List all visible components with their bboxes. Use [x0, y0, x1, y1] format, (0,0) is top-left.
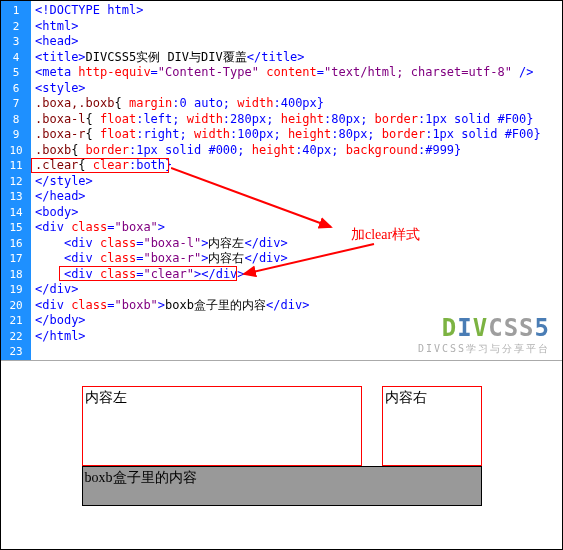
code-area[interactable]: <!DOCTYPE html> <html> <head> <title>DIV… — [31, 1, 562, 360]
code-line: </html> — [35, 329, 558, 345]
code-line: <style> — [35, 81, 558, 97]
code-line: <div class="boxa-r">内容右</div> — [35, 251, 558, 267]
code-line: </style> — [35, 174, 558, 190]
preview-boxb: boxb盒子里的内容 — [82, 466, 482, 506]
preview-pane: 内容左 内容右 boxb盒子里的内容 — [1, 361, 562, 549]
code-line: </head> — [35, 189, 558, 205]
code-line: <html> — [35, 19, 558, 35]
code-line: <div class="boxa-l">内容左</div> — [35, 236, 558, 252]
preview-boxa-left: 内容左 — [82, 386, 362, 466]
preview-boxa: 内容左 内容右 — [82, 386, 482, 466]
code-line: <div class="boxb">boxb盒子里的内容</div> — [35, 298, 558, 314]
code-line: .boxa-r{ float:right; width:100px; heigh… — [35, 127, 558, 143]
line-gutter: 1234567891011121314151617181920212223 — [1, 1, 31, 360]
code-line: .boxa-l{ float:left; width:280px; height… — [35, 112, 558, 128]
code-line: <!DOCTYPE html> — [35, 3, 558, 19]
annotation-label: 加clear样式 — [351, 226, 420, 244]
code-line: <head> — [35, 34, 558, 50]
code-line: </body> — [35, 313, 558, 329]
code-editor: 1234567891011121314151617181920212223 <!… — [1, 1, 562, 361]
code-line: <div class="boxa"> — [35, 220, 558, 236]
code-line: <title>DIVCSS5实例 DIV与DIV覆盖</title> — [35, 50, 558, 66]
code-line: .clear{ clear:both} — [35, 158, 558, 174]
preview-boxa-right: 内容右 — [382, 386, 482, 466]
code-line: </div> — [35, 282, 558, 298]
code-line: <body> — [35, 205, 558, 221]
code-line: <div class="clear"></div> — [35, 267, 558, 283]
code-line: .boxb{ border:1px solid #000; height:40p… — [35, 143, 558, 159]
code-line: <meta http-equiv="Content-Type" content=… — [35, 65, 558, 81]
code-line: .boxa,.boxb{ margin:0 auto; width:400px} — [35, 96, 558, 112]
